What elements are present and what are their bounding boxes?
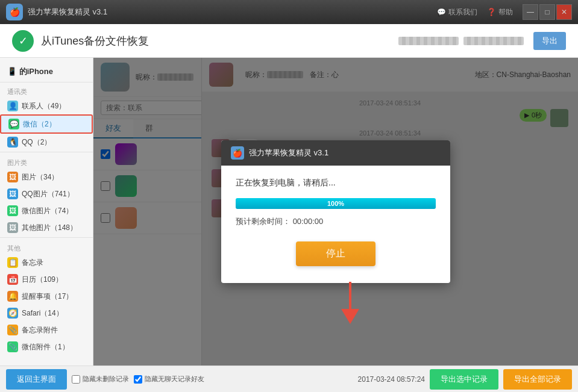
- reminder-icon: 🔔: [7, 291, 18, 302]
- app-logo-icon: 🍎: [10, 7, 20, 17]
- export-all-button[interactable]: 导出全部记录: [503, 369, 572, 390]
- header-title: 从iTunes备份文件恢复: [41, 34, 398, 48]
- titlebar-right: 💬 联系我们 ❓ 帮助 — □ ✕: [437, 4, 572, 20]
- notes-attach-icon: 📎: [7, 325, 18, 335]
- sidebar-item-wx-attach[interactable]: 📎 微信附件（1）: [0, 338, 93, 355]
- modal-title: 强力苹果恢复精灵 v3.1: [249, 148, 328, 158]
- hide-nochat-check: 隐藏无聊天记录好友: [134, 375, 204, 384]
- app-title: 强力苹果恢复精灵 v3.1: [28, 7, 437, 17]
- device-icon: 📱: [7, 67, 17, 76]
- sidebar-item-wxphoto[interactable]: 🖼 微信图片（74）: [0, 202, 93, 219]
- category-label-comms: 通讯类: [0, 82, 93, 98]
- hide-deleted-label: 隐藏未删除记录: [83, 375, 129, 384]
- calendar-icon: 📅: [7, 274, 18, 285]
- user-info-blurred: [398, 37, 459, 45]
- progress-bar-bg: 100%: [236, 198, 436, 209]
- modal-titlebar: 🍎 强力苹果恢复精灵 v3.1: [221, 140, 450, 166]
- contact-button[interactable]: 💬 联系我们: [437, 7, 477, 17]
- sidebar-item-safari[interactable]: 🧭 Safari（14）: [0, 305, 93, 322]
- hide-deleted-check: 隐藏未删除记录: [72, 375, 129, 384]
- category-label-other: 其他: [0, 239, 93, 254]
- sidebar-item-notes-attach[interactable]: 📎 备忘录附件: [0, 322, 93, 338]
- hide-deleted-checkbox[interactable]: [72, 375, 80, 384]
- wx-attach-icon: 📎: [7, 341, 18, 352]
- wechat-icon: 💬: [8, 119, 19, 129]
- sidebar-item-memo[interactable]: 📋 备忘录: [0, 254, 93, 271]
- sidebar-item-wechat[interactable]: 💬 微信（2）: [0, 114, 93, 134]
- sidebar-item-qq[interactable]: 🐧 QQ（2）: [0, 134, 93, 151]
- sidebar-item-qqphoto[interactable]: 🖼 QQ图片（741）: [0, 185, 93, 202]
- sidebar-item-otherphotos[interactable]: 🖼 其他图片（148）: [0, 219, 93, 236]
- photos-icon: 🖼: [7, 172, 18, 182]
- help-button[interactable]: ❓ 帮助: [487, 7, 513, 17]
- modal-body: 正在恢复到电脑，请稍后... 100% 预计剩余时间： 00:00:00 停止: [221, 166, 450, 283]
- bottom-timestamp: 2017-03-24 08:57:24: [358, 375, 425, 384]
- user-info: [398, 37, 524, 45]
- maximize-button[interactable]: □: [539, 4, 555, 20]
- export-selected-button[interactable]: 导出选中记录: [430, 369, 498, 390]
- modal-stop-button[interactable]: 停止: [296, 241, 375, 266]
- hide-nochat-checkbox[interactable]: [134, 375, 142, 384]
- window-controls: — □ ✕: [523, 4, 572, 20]
- titlebar: 🍎 强力苹果恢复精灵 v3.1 💬 联系我们 ❓ 帮助 — □ ✕: [0, 0, 578, 24]
- back-button[interactable]: 返回主界面: [6, 369, 67, 390]
- safari-icon: 🧭: [7, 308, 18, 319]
- header-export-button[interactable]: 导出: [533, 32, 566, 50]
- sidebar-item-photos[interactable]: 🖼 图片（34）: [0, 169, 93, 185]
- modal-remaining: 预计剩余时间： 00:00:00: [236, 216, 436, 227]
- message-icon: 💬: [437, 8, 446, 16]
- main-area: 📱 的iPhone 通讯类 👤 联系人（49） 💬 微信（2） 🐧 QQ（2） …: [0, 58, 578, 366]
- modal-overlay: 🍎 强力苹果恢复精灵 v3.1 正在恢复到电脑，请稍后... 100% 预计剩余…: [93, 58, 578, 366]
- modal-status: 正在恢复到电脑，请稍后...: [236, 178, 436, 188]
- sidebar-item-reminder[interactable]: 🔔 提醒事项（17）: [0, 288, 93, 305]
- wxphoto-icon: 🖼: [7, 205, 18, 216]
- progress-label: 100%: [327, 200, 344, 207]
- contacts-icon: 👤: [7, 101, 18, 111]
- memo-icon: 📋: [7, 257, 18, 268]
- category-label-photos: 图片类: [0, 154, 93, 169]
- hide-nochat-label: 隐藏无聊天记录好友: [145, 375, 204, 384]
- qq-icon: 🐧: [7, 137, 18, 148]
- close-button[interactable]: ✕: [556, 4, 572, 20]
- sidebar-item-contacts[interactable]: 👤 联系人（49）: [0, 98, 93, 114]
- modal-logo: 🍎: [231, 146, 244, 160]
- content-panel: 昵称： 好友 群: [93, 58, 578, 366]
- modal-dialog: 🍎 强力苹果恢复精灵 v3.1 正在恢复到电脑，请稍后... 100% 预计剩余…: [221, 140, 450, 283]
- sidebar: 📱 的iPhone 通讯类 👤 联系人（49） 💬 微信（2） 🐧 QQ（2） …: [0, 58, 93, 366]
- header-icon: ✓: [12, 30, 34, 52]
- minimize-button[interactable]: —: [523, 4, 538, 20]
- qqphoto-icon: 🖼: [7, 188, 18, 199]
- device-name: 📱 的iPhone: [0, 63, 93, 82]
- sidebar-item-calendar[interactable]: 📅 日历（109）: [0, 271, 93, 288]
- app-logo: 🍎: [6, 4, 23, 20]
- otherphotos-icon: 🖼: [7, 222, 18, 233]
- progress-bar-fill: 100%: [236, 198, 436, 209]
- bottom-bar: 返回主界面 隐藏未删除记录 隐藏无聊天记录好友 2017-03-24 08:57…: [0, 366, 578, 392]
- help-icon: ❓: [487, 8, 496, 16]
- header: ✓ 从iTunes备份文件恢复 导出: [0, 24, 578, 58]
- user-info-blurred2: [463, 37, 524, 45]
